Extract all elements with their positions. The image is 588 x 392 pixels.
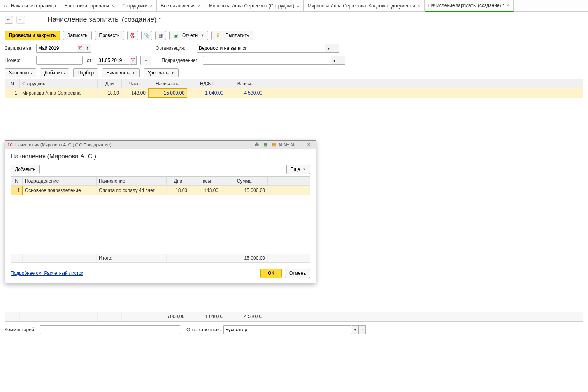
close-icon[interactable]: × xyxy=(198,3,201,9)
cell-ndfl[interactable]: 1 040,00 xyxy=(187,88,226,98)
accrue-button[interactable]: Начислить▼ xyxy=(102,68,139,77)
dtkt-button[interactable]: ДтКт xyxy=(127,31,138,40)
col-spacer xyxy=(265,79,583,88)
responsible-dropdown-button[interactable]: ▾ xyxy=(352,325,359,334)
responsible-open-button[interactable]: ▫ xyxy=(359,325,366,334)
nav-back-button[interactable] xyxy=(5,16,13,24)
withhold-label: Удержать xyxy=(148,70,169,76)
tab-all-accruals[interactable]: Все начисления × xyxy=(157,0,205,12)
col-ndfl[interactable]: НДФЛ xyxy=(187,79,226,88)
dept-input[interactable] xyxy=(203,56,331,65)
mcol-sum[interactable]: Сумма xyxy=(221,177,268,185)
col-n[interactable]: N xyxy=(5,79,20,88)
accrued-link[interactable]: 15 000,00 xyxy=(164,90,184,96)
cell-spacer xyxy=(265,88,583,98)
date-input[interactable] xyxy=(97,56,130,65)
fill-button[interactable]: Заполнить xyxy=(5,68,36,77)
date-calendar-button[interactable] xyxy=(130,56,137,65)
col-contrib[interactable]: Взносы xyxy=(226,79,265,88)
date-group xyxy=(97,56,137,65)
form-area: Зарплата за: ▲▼ Организация: ▾ ▫ Номер: … xyxy=(5,44,583,65)
calc-icon[interactable] xyxy=(271,142,278,148)
col-accrued[interactable]: Начислено xyxy=(148,79,187,88)
post-and-close-button[interactable]: Провести и закрыть xyxy=(5,31,60,40)
cancel-button[interactable]: Отмена xyxy=(285,269,310,278)
dialog-footer: Подробнее см. Расчетный листок ОК Отмена xyxy=(11,269,310,278)
mcol-hours[interactable]: Часы xyxy=(190,177,221,185)
add-button[interactable]: Добавить xyxy=(40,68,69,77)
ok-button[interactable]: ОК xyxy=(260,269,282,278)
maximize-icon[interactable] xyxy=(298,142,305,148)
app-icon: 1C xyxy=(7,142,13,147)
close-icon[interactable]: × xyxy=(150,3,153,9)
memory-m-plus[interactable]: M+ xyxy=(283,142,290,147)
pick-button[interactable]: Подбор xyxy=(73,68,98,77)
dialog-toolbar: Добавить Еще▼ xyxy=(11,165,310,174)
contrib-link[interactable]: 4 530,00 xyxy=(244,90,262,96)
page-title: Начисление зарплаты (создание) * xyxy=(47,16,161,24)
org-open-button[interactable]: ▫ xyxy=(332,44,339,53)
mcell-sum: 15 000,00 xyxy=(221,186,268,195)
comment-input[interactable] xyxy=(40,325,180,334)
mtotal-sum: 15 000,00 xyxy=(221,254,268,262)
print-icon[interactable] xyxy=(254,142,261,148)
close-icon[interactable]: × xyxy=(507,3,509,8)
dialog-more-button[interactable]: Еще▼ xyxy=(286,165,310,174)
tab-payroll-settings[interactable]: Настройки зарплаты × xyxy=(60,0,118,12)
close-icon[interactable]: × xyxy=(418,3,420,9)
table-row[interactable]: 1 Миронова Анна Сергеевна 18,00 143,00 1… xyxy=(5,88,583,98)
mcol-accrual[interactable]: Начисление xyxy=(97,177,167,185)
pay-label: Выплатить xyxy=(226,33,249,38)
save-button[interactable]: Записать xyxy=(63,31,91,40)
withhold-button[interactable]: Удержать▼ xyxy=(144,68,179,77)
tab-payroll-create[interactable]: Начисление зарплаты (создание) * × xyxy=(425,0,514,12)
cell-accrued[interactable]: 15 000,00 xyxy=(148,88,187,98)
col-hours[interactable]: Часы xyxy=(122,79,148,88)
period-calendar-button[interactable] xyxy=(77,44,84,53)
pay-button[interactable]: Выплатить xyxy=(211,31,253,40)
memory-m-minus[interactable]: M- xyxy=(290,142,296,147)
grid-icon[interactable] xyxy=(263,142,270,148)
attach-button[interactable] xyxy=(141,31,152,40)
dialog-add-button[interactable]: Добавить xyxy=(11,165,40,174)
col-days[interactable]: Дни xyxy=(98,79,122,88)
memory-m[interactable]: M xyxy=(278,142,283,147)
post-button[interactable]: Провести xyxy=(95,31,124,40)
mcol-dept[interactable]: Подразделение xyxy=(23,177,97,185)
coin-icon xyxy=(216,33,221,38)
dialog-title: Начисления (Миронова А. С.) xyxy=(11,153,310,160)
tab-hr-docs[interactable]: Миронова Анна Сергеевна: Кадровые докуме… xyxy=(304,0,424,12)
cell-days: 18,00 xyxy=(98,88,122,98)
mcol-days[interactable]: Дни xyxy=(167,177,190,185)
dept-dropdown-button[interactable]: ▾ xyxy=(331,56,338,65)
col-employee[interactable]: Сотрудник xyxy=(20,79,98,88)
cell-contrib[interactable]: 4 530,00 xyxy=(226,88,265,98)
from-label: от: xyxy=(87,58,93,63)
payslip-link[interactable]: Подробнее см. Расчетный листок xyxy=(11,271,83,276)
close-icon[interactable]: × xyxy=(111,3,114,9)
related-button[interactable] xyxy=(155,31,166,40)
org-input[interactable] xyxy=(197,44,325,53)
dept-open-button[interactable]: ▫ xyxy=(338,56,345,65)
tab-home[interactable]: Начальная страница xyxy=(0,0,60,12)
total-contrib: 4 530,00 xyxy=(226,312,265,321)
tab-employee-card[interactable]: Миронова Анна Сергеевна (Сотрудник) × xyxy=(205,0,304,12)
mcol-n[interactable]: N xyxy=(11,177,23,185)
cell-hours: 143,00 xyxy=(122,88,148,98)
date-aux-button[interactable]: ▫ xyxy=(140,56,151,65)
ndfl-link[interactable]: 1 040,00 xyxy=(205,90,223,96)
org-dropdown-button[interactable]: ▾ xyxy=(325,44,332,53)
close-icon[interactable]: × xyxy=(297,3,299,9)
number-label: Номер: xyxy=(5,58,34,63)
number-input[interactable] xyxy=(36,56,83,65)
tab-label: Начальная страница xyxy=(11,3,56,9)
period-spinner[interactable]: ▲▼ xyxy=(84,44,91,53)
close-icon[interactable] xyxy=(306,142,313,148)
dialog-titlebar[interactable]: 1C Начисления (Миронова А. С.) (1С:Предп… xyxy=(5,141,316,149)
reports-button[interactable]: ▣ Отчеты▼ xyxy=(169,31,209,40)
tab-employees[interactable]: Сотрудники × xyxy=(118,0,157,12)
dialog-table-row[interactable]: 1 Основное подразделение Оплата по оклад… xyxy=(11,186,310,195)
responsible-input[interactable] xyxy=(223,325,352,334)
nav-forward-button xyxy=(16,16,25,24)
period-input[interactable] xyxy=(36,44,77,53)
